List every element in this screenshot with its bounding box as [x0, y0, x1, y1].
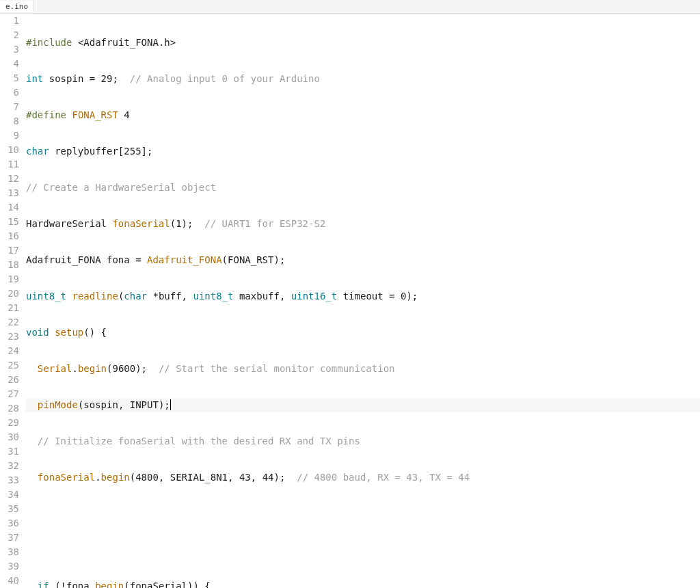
- line-number: 20: [0, 286, 19, 301]
- code-line[interactable]: if (!fona.begin(fonaSerial)) {: [26, 579, 700, 588]
- comment: // Create a HardwareSerial object: [26, 182, 216, 193]
- line-number: 17: [0, 243, 19, 258]
- line-number: 16: [0, 229, 19, 243]
- line-number: 40: [0, 574, 19, 588]
- code-text: timeout =: [337, 291, 401, 302]
- keyword: if: [38, 580, 49, 588]
- line-number: 9: [0, 129, 19, 143]
- code-line[interactable]: HardwareSerial fonaSerial(1); // UART1 f…: [26, 217, 700, 231]
- code-text: (FONA_RST);: [222, 254, 286, 265]
- comment: // UART1 for ESP32-S2: [204, 218, 325, 229]
- code-text: Adafruit_FONA fona =: [26, 254, 147, 265]
- code-line[interactable]: uint8_t readline(char *buff, uint8_t max…: [26, 289, 700, 304]
- code-text: (: [130, 472, 135, 483]
- code-line[interactable]: void setup() {: [26, 325, 700, 340]
- code-text: [43, 73, 49, 84]
- line-number: 19: [0, 272, 19, 286]
- code-line[interactable]: Serial.begin(9600); // Start the serial …: [26, 362, 700, 376]
- line-number: 5: [0, 71, 19, 85]
- line-number: 28: [0, 401, 19, 416]
- function: begin: [101, 472, 130, 483]
- tab-bar: e.ino: [0, 0, 700, 14]
- code-line-active[interactable]: pinMode(sospin, INPUT);: [26, 398, 700, 412]
- line-number: 11: [0, 157, 19, 172]
- keyword: uint8_t: [193, 291, 233, 302]
- code-text: ];: [142, 146, 153, 157]
- code-text: , SERIAL_8N1,: [159, 472, 239, 483]
- function: readline: [72, 291, 118, 302]
- code-line[interactable]: fonaSerial.begin(4800, SERIAL_8N1, 43, 4…: [26, 470, 700, 485]
- line-number: 12: [0, 172, 19, 186]
- code-text: () {: [83, 327, 107, 338]
- code-line[interactable]: #define FONA_RST 4: [26, 108, 700, 122]
- number: 43: [239, 472, 251, 483]
- line-number: 14: [0, 200, 19, 215]
- macro-name: FONA_RST: [72, 109, 118, 120]
- object: Serial: [38, 363, 72, 374]
- line-number: 34: [0, 487, 19, 502]
- line-number: 10: [0, 143, 19, 157]
- code-text: ,: [251, 472, 262, 483]
- line-number: 29: [0, 416, 19, 430]
- code-text: 4: [118, 109, 130, 120]
- code-line[interactable]: // Create a HardwareSerial object: [26, 181, 700, 195]
- number: 44: [262, 472, 274, 483]
- code-line[interactable]: #include <Adafruit_FONA.h>: [26, 36, 700, 50]
- line-number: 36: [0, 516, 19, 531]
- number: 29: [101, 73, 113, 84]
- code-text: (1);: [170, 218, 205, 229]
- line-number: 25: [0, 358, 19, 373]
- line-number: 38: [0, 545, 19, 559]
- line-number: 13: [0, 186, 19, 200]
- line-number-gutter: 1 2 3 4 5 6 7 8 9 10 11 12 13 14 15 16 1…: [0, 14, 26, 588]
- code-text: );: [274, 472, 297, 483]
- preproc-keyword: define: [31, 109, 66, 120]
- line-number: 7: [0, 100, 19, 114]
- line-number: 23: [0, 330, 19, 344]
- function: setup: [55, 327, 83, 338]
- function: Adafruit_FONA: [147, 254, 222, 265]
- file-tab[interactable]: e.ino: [0, 1, 34, 12]
- code-text: (!fona.: [49, 580, 95, 588]
- keyword: uint16_t: [291, 291, 337, 302]
- line-number: 6: [0, 85, 19, 100]
- keyword: char: [26, 146, 49, 157]
- line-number: 33: [0, 473, 19, 487]
- line-number: 2: [0, 28, 19, 42]
- code-text: .: [95, 472, 100, 483]
- text-cursor: [170, 399, 171, 410]
- code-text: );: [406, 291, 418, 302]
- code-line[interactable]: [26, 507, 700, 521]
- function: fonaSerial: [112, 218, 170, 229]
- line-number: 26: [0, 373, 19, 387]
- code-line[interactable]: Adafruit_FONA fona = Adafruit_FONA(FONA_…: [26, 253, 700, 267]
- line-number: 31: [0, 444, 19, 459]
- code-area[interactable]: #include <Adafruit_FONA.h> int sospin = …: [26, 14, 700, 588]
- code-text: HardwareSerial: [26, 218, 112, 229]
- code-text: *buff,: [147, 291, 193, 302]
- code-text: (sospin, INPUT);: [78, 399, 170, 410]
- keyword: uint8_t: [26, 291, 66, 302]
- comment: // Analog input 0 of your Arduino: [130, 73, 320, 84]
- code-line[interactable]: // Initialize fonaSerial with the desire…: [26, 434, 700, 449]
- code-text: (fonaSerial)) {: [124, 580, 210, 588]
- keyword: char: [124, 291, 147, 302]
- code-line[interactable]: int sospin = 29; // Analog input 0 of yo…: [26, 72, 700, 86]
- code-text: maxbuff,: [234, 291, 291, 302]
- line-number: 21: [0, 301, 19, 315]
- code-text: sospin =: [49, 73, 101, 84]
- number: 255: [124, 146, 141, 157]
- code-text: [49, 146, 55, 157]
- keyword: void: [26, 327, 49, 338]
- code-line[interactable]: char replybuffer[255];: [26, 144, 700, 159]
- code-text: replybuffer[: [55, 146, 124, 157]
- comment: // 4800 baud, RX = 43, TX = 44: [297, 472, 470, 483]
- function: pinMode: [38, 399, 78, 410]
- code-editor[interactable]: 1 2 3 4 5 6 7 8 9 10 11 12 13 14 15 16 1…: [0, 14, 700, 588]
- function: begin: [95, 580, 124, 588]
- code-line[interactable]: [26, 543, 700, 557]
- comment: // Initialize fonaSerial with the desire…: [38, 436, 360, 446]
- object: fonaSerial: [38, 472, 95, 483]
- line-number: 18: [0, 258, 19, 272]
- line-number: 24: [0, 344, 19, 358]
